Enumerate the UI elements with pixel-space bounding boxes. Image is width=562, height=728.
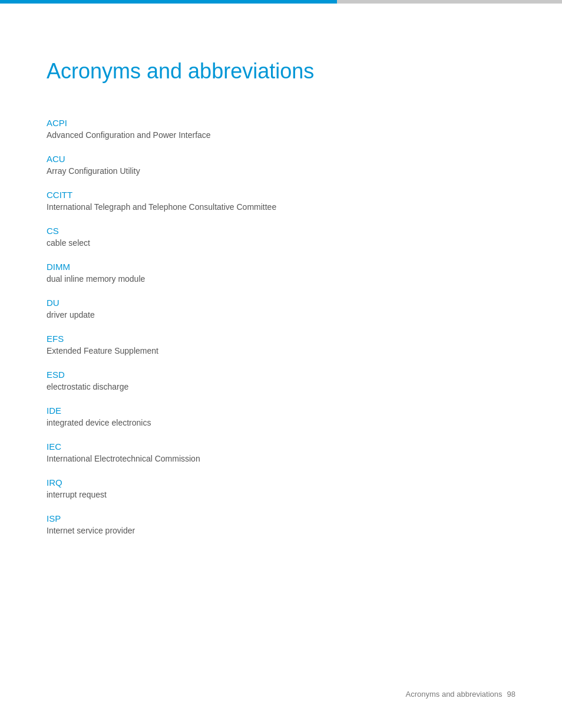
acronym-definition: International Electrotechnical Commissio…: [47, 454, 515, 463]
acronym-term: ACU: [47, 154, 515, 164]
list-item: CScable select: [47, 226, 515, 248]
acronym-definition: driver update: [47, 310, 515, 319]
page-footer: Acronyms and abbreviations 98: [406, 690, 516, 699]
acronym-definition: cable select: [47, 238, 515, 248]
acronym-definition: electrostatic discharge: [47, 382, 515, 391]
acronym-definition: integrated device electronics: [47, 418, 515, 427]
acronym-term: CS: [47, 226, 515, 236]
footer-text: Acronyms and abbreviations: [406, 690, 503, 699]
acronym-term: ESD: [47, 370, 515, 380]
acronym-term: IDE: [47, 406, 515, 416]
acronym-term: DIMM: [47, 262, 515, 272]
list-item: DIMMdual inline memory module: [47, 262, 515, 284]
list-item: ACUArray Configuration Utility: [47, 154, 515, 176]
list-item: ESDelectrostatic discharge: [47, 370, 515, 391]
acronym-definition: Array Configuration Utility: [47, 166, 515, 176]
list-item: IDEintegrated device electronics: [47, 406, 515, 427]
page-title: Acronyms and abbreviations: [47, 59, 515, 88]
footer-page-number: 98: [507, 690, 515, 699]
list-item: EFSExtended Feature Supplement: [47, 334, 515, 355]
acronym-term: ACPI: [47, 118, 515, 128]
top-border: [0, 0, 562, 4]
acronym-list: ACPIAdvanced Configuration and Power Int…: [47, 118, 515, 549]
list-item: ACPIAdvanced Configuration and Power Int…: [47, 118, 515, 140]
page-container: Acronyms and abbreviations ACPIAdvanced …: [0, 0, 562, 728]
acronym-definition: Extended Feature Supplement: [47, 346, 515, 355]
acronym-term: IRQ: [47, 477, 515, 487]
acronym-term: CCITT: [47, 190, 515, 200]
acronym-definition: Advanced Configuration and Power Interfa…: [47, 130, 515, 140]
acronym-term: DU: [47, 298, 515, 308]
acronym-term: ISP: [47, 513, 515, 523]
acronym-term: IEC: [47, 442, 515, 452]
list-item: ISPInternet service provider: [47, 513, 515, 535]
acronym-definition: International Telegraph and Telephone Co…: [47, 202, 515, 212]
acronym-definition: interrupt request: [47, 490, 515, 499]
acronym-term: EFS: [47, 334, 515, 344]
acronym-definition: dual inline memory module: [47, 274, 515, 284]
list-item: IECInternational Electrotechnical Commis…: [47, 442, 515, 463]
list-item: CCITTInternational Telegraph and Telepho…: [47, 190, 515, 212]
list-item: IRQinterrupt request: [47, 477, 515, 499]
list-item: DUdriver update: [47, 298, 515, 319]
acronym-definition: Internet service provider: [47, 526, 515, 535]
